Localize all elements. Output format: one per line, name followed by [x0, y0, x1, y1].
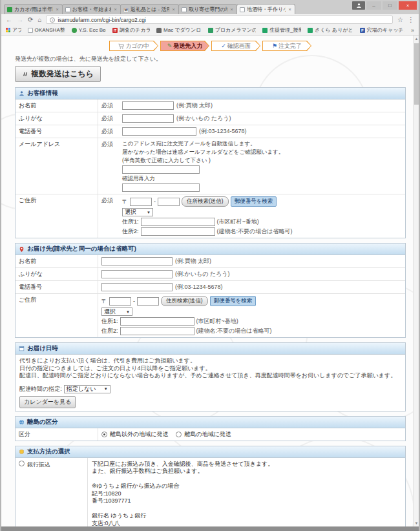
bookmark-item[interactable]: Mac でダウンロードでき: [156, 26, 202, 34]
tab-close-icon[interactable]: ×: [171, 6, 176, 12]
scrollbar-thumb[interactable]: [414, 43, 419, 105]
browser-tab-2[interactable]: お客様・年始まわりの手土 ×: [62, 4, 121, 14]
multi-ship-label: 複数発送はこちら: [31, 68, 94, 79]
browser-tab-active[interactable]: 地酒特・手作り小物専門窓 ×: [236, 4, 295, 14]
window-controls: – □ ×: [352, 1, 417, 10]
addr1-hint: (市区町村~番地): [217, 218, 259, 226]
red-site-icon: IT: [112, 28, 118, 33]
step-label: 発送先入力: [173, 42, 202, 50]
bookmark-item[interactable]: F穴場のキャッチコピー30: [360, 26, 404, 34]
customer-kana-input[interactable]: [122, 114, 174, 123]
customer-email-input[interactable]: [122, 165, 200, 174]
minimize-button[interactable]: –: [366, 1, 381, 10]
address-search-button[interactable]: 住所検索(送信): [161, 296, 208, 306]
menu-dots-icon[interactable]: ⋮: [408, 17, 414, 23]
customer-postal1-input[interactable]: [130, 198, 152, 206]
postal-search-button[interactable]: 郵便番号を検索: [231, 196, 277, 207]
field-label: ふりがな: [16, 268, 98, 280]
delivery-note: 日付の指定につきましては、ご注文の日より4日以降をご指定願います。: [19, 365, 401, 373]
field-label: ご住所: [16, 194, 98, 238]
customer-addr2-input[interactable]: [141, 227, 215, 236]
apple-icon: [156, 28, 162, 33]
customer-addr1-input[interactable]: [141, 218, 215, 226]
shipping-phone-input[interactable]: [101, 283, 173, 291]
delivery-datetime-header: お届け日時: [16, 343, 405, 355]
apps-grid-icon: [6, 28, 10, 32]
bookmark-item[interactable]: プロカメラマンのフリー写: [208, 26, 256, 34]
bookmark-item[interactable]: OKANSHA整体スク-: [28, 26, 65, 34]
scroll-down-icon[interactable]: ▼: [414, 521, 419, 525]
forward-icon[interactable]: →: [17, 17, 23, 23]
multi-ship-note: 発送先が複数の場合は、先に発送先を設定して下さい。: [15, 55, 406, 63]
calendar-button-label: カレンダーを見る: [24, 398, 71, 406]
info-icon[interactable]: i: [50, 17, 55, 23]
url-bar[interactable]: i isamudefarm.com/cgi-bin/cargo2.cgi: [46, 16, 393, 24]
address-search-button[interactable]: 住所検索(送信): [182, 196, 229, 207]
addr1-hint: (市区町村~番地): [196, 317, 238, 326]
tab-close-icon[interactable]: ×: [113, 6, 118, 12]
section-title: お客様情報: [27, 89, 58, 98]
customer-name-input[interactable]: [122, 101, 174, 110]
bookmark-item[interactable]: Y.S. Ecc Bee Farm: [72, 27, 106, 33]
customer-email-confirm-input[interactable]: [122, 183, 200, 192]
scroll-up-icon[interactable]: ▲: [414, 37, 419, 41]
addr1-label: 住所1:: [122, 218, 139, 226]
sheet-icon: [308, 28, 313, 33]
shipping-postal2-input[interactable]: [137, 297, 159, 306]
tab-close-icon[interactable]: ×: [229, 6, 234, 12]
field-label: ふりがな: [16, 112, 98, 125]
page-scrollbar[interactable]: ▲ ▼: [413, 36, 419, 526]
delivery-time-select[interactable]: 指定しない▼: [64, 385, 110, 393]
radio-island[interactable]: [176, 432, 182, 437]
browser-tab-1[interactable]: カカオ/雨は半年以上楽し ×: [4, 4, 63, 14]
close-window-button[interactable]: ×: [399, 1, 417, 10]
prefecture-select[interactable]: 選択▼: [101, 307, 132, 316]
home-icon[interactable]: ⌂: [37, 17, 41, 23]
shipping-postal1-input[interactable]: [109, 297, 131, 306]
shipping-name-input[interactable]: [101, 257, 173, 266]
radio-label: 離島以外の地域に発送: [110, 430, 168, 439]
multi-ship-button[interactable]: 複数発送はこちら: [15, 66, 101, 82]
step-confirm: ✓ 確認画面: [211, 41, 260, 51]
browser-window: カカオ/雨は半年以上楽し × お客様・年始まわりの手土 × W 返礼品とは - …: [0, 0, 420, 531]
customer-phone-input[interactable]: [122, 127, 196, 136]
blue-site-icon: F: [360, 28, 365, 33]
calendar-button[interactable]: カレンダーを見る: [19, 396, 76, 408]
postal-dash: -: [154, 198, 156, 205]
profile-button[interactable]: [352, 1, 365, 10]
tab-close-icon[interactable]: ×: [55, 6, 59, 12]
tab-close-icon[interactable]: ×: [288, 6, 292, 12]
green-square-icon: [208, 28, 213, 33]
bookmark-star-icon[interactable]: ☆: [397, 17, 403, 23]
url-text[interactable]: isamudefarm.com/cgi-bin/cargo2.cgi: [58, 17, 146, 23]
shipping-addr1-input[interactable]: [120, 317, 194, 326]
browser-tab-3[interactable]: W 返礼品とは - 活用形辞令 ×: [120, 4, 179, 14]
cart-icon: [118, 43, 124, 49]
bank-note: ※ゆうちょ銀行から振込みの場合: [92, 483, 401, 490]
required-badge: 必須: [98, 125, 119, 138]
browser-tab-4[interactable]: 取り寄せ専門の地酒特集 ×: [178, 4, 237, 14]
bookmark-item[interactable]: さくら ありがとうはがき: [308, 26, 353, 34]
bookmark-item[interactable]: IT調査のチカラ ~ 無料: [112, 26, 150, 34]
refresh-icon[interactable]: ⟳: [28, 17, 33, 23]
bookmark-item[interactable]: 生徒管理_授業チェッ: [262, 26, 301, 34]
prefecture-select[interactable]: 選択▼: [122, 208, 153, 216]
back-icon[interactable]: ←: [6, 17, 12, 23]
select-value: 選択: [125, 208, 136, 216]
section-title: 離島の区分: [27, 418, 58, 426]
shipping-addr2-input[interactable]: [120, 327, 194, 335]
section-title: 支払方法の選択: [27, 448, 70, 456]
row-customer-address: ご住所 必須 〒 - 住所検索(送信) 郵便番号を検索 選択▼: [16, 194, 405, 238]
customer-info-header: お客様情報: [16, 88, 405, 99]
bookmarks-overflow-icon[interactable]: »: [411, 27, 414, 34]
postal-search-button[interactable]: 郵便番号を検索: [210, 296, 257, 306]
customer-postal2-input[interactable]: [158, 198, 180, 206]
checkout-steps: カゴの中 ✎ 発送先入力 ✓ 確認画面: [15, 41, 406, 51]
tab2-favicon: [65, 7, 70, 12]
shipping-kana-input[interactable]: [101, 270, 173, 278]
bookmark-apps[interactable]: アプリ: [6, 26, 21, 34]
person-icon: [356, 3, 362, 8]
radio-non-island[interactable]: [101, 432, 107, 437]
radio-bank-transfer[interactable]: [19, 461, 25, 466]
maximize-button[interactable]: □: [383, 1, 397, 10]
